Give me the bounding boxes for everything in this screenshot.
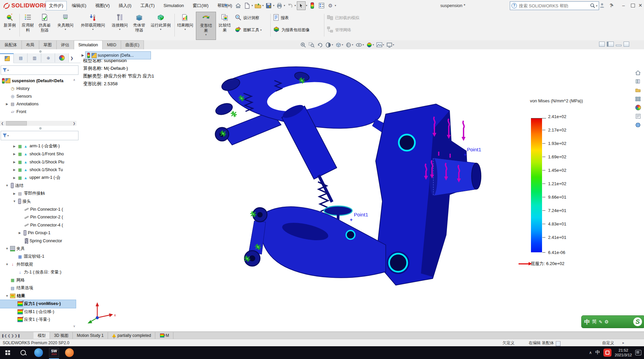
- simulation-evaluator-button[interactable]: 仿真鉴别器: [36, 12, 53, 39]
- collapse-icon[interactable]: ▼: [5, 263, 9, 266]
- dropdown-icon[interactable]: ▾: [342, 43, 343, 46]
- tab-simulation[interactable]: Simulation: [74, 40, 103, 49]
- shell-manager-button[interactable]: 壳体管理器: [131, 12, 147, 39]
- tab-surfaces[interactable]: 曲面(E): [121, 40, 144, 49]
- tree-item-history[interactable]: ◷History: [0, 85, 76, 92]
- apply-material-button[interactable]: 应用材料: [20, 12, 35, 39]
- tree-item-pin-connector[interactable]: Pin Connector-1 (: [0, 205, 76, 213]
- tab-motion-study[interactable]: Motion Study 1: [73, 332, 108, 339]
- dropdown-icon[interactable]: ▾: [148, 28, 173, 31]
- view-orientation-icon[interactable]: ▾: [335, 42, 343, 48]
- expand-icon[interactable]: ▶: [5, 102, 9, 106]
- tab-display-manager[interactable]: [55, 53, 69, 62]
- tab-configuration-manager[interactable]: ▥: [28, 53, 41, 62]
- tree-item-annotations[interactable]: ▶▤Annotations: [0, 100, 76, 108]
- menu-insert[interactable]: 插入(I): [115, 0, 135, 11]
- expand-icon[interactable]: ▶: [12, 168, 17, 171]
- tree-item-external-loads[interactable]: ▼↓外部载荷: [0, 261, 76, 269]
- scroll-down-icon[interactable]: ∨: [73, 324, 75, 328]
- new-document-dropdown-icon[interactable]: ▾: [252, 4, 253, 7]
- notification-center-icon[interactable]: [635, 350, 641, 355]
- collapse-pane-icon[interactable]: [616, 45, 622, 46]
- search-dropdown-icon[interactable]: ▾: [596, 4, 597, 7]
- run-study-button[interactable]: 运行此算例▾: [148, 12, 173, 39]
- scroll-left-icon[interactable]: ❮: [0, 122, 5, 125]
- external-loads-advisor-button[interactable]: 外部载荷顾问▾: [78, 12, 108, 39]
- include-image-for-report-button[interactable]: 为报表包括图像: [273, 26, 310, 34]
- prev-tab-icon[interactable]: ❮: [8, 334, 10, 338]
- dropdown-icon[interactable]: ▾: [393, 43, 394, 46]
- dropdown-icon[interactable]: ▾: [332, 43, 333, 46]
- menu-file[interactable]: 文件(F): [46, 1, 67, 10]
- start-button[interactable]: [0, 346, 15, 359]
- graphics-viewport[interactable]: ▶ suspension (Defa... 模型名称: suspension 算…: [80, 49, 644, 331]
- tab-dimxpert[interactable]: ⊕: [41, 53, 55, 62]
- print-dropdown-icon[interactable]: ▾: [284, 4, 285, 7]
- minimize-button[interactable]: –: [619, 1, 628, 10]
- dropdown-icon[interactable]: ▾: [78, 28, 108, 31]
- last-tab-icon[interactable]: ❯❚: [15, 334, 20, 338]
- dropdown-icon[interactable]: ▾: [175, 28, 195, 31]
- tab-assembly[interactable]: 装配体: [0, 40, 22, 49]
- tree-item-strain-plot[interactable]: 应变1 (-等量-): [0, 316, 76, 324]
- simplified-label[interactable]: 简: [592, 319, 597, 325]
- section-view-icon[interactable]: ▾: [325, 42, 333, 48]
- flyout-feature-tree[interactable]: suspension (Defa...: [85, 51, 151, 59]
- print-icon[interactable]: [275, 2, 283, 10]
- filter-dropdown-icon[interactable]: ▾: [7, 69, 9, 72]
- gear-icon[interactable]: ⚙: [604, 319, 609, 324]
- tab-sketch[interactable]: 草图: [39, 40, 57, 49]
- tab-evaluate[interactable]: 评估: [57, 40, 74, 49]
- settings-gear-icon[interactable]: ⚙: [326, 2, 334, 10]
- dropdown-icon[interactable]: ▾: [109, 28, 130, 31]
- tree-item-component[interactable]: ▶▦▲arm-1 (-合金钢-): [0, 142, 76, 150]
- language-cn-label[interactable]: 中: [584, 318, 590, 326]
- dropdown-icon[interactable]: ▾: [260, 29, 262, 32]
- filter-dropdown-icon[interactable]: ▾: [7, 134, 9, 137]
- tree-item-displacement-plot[interactable]: 位移1 (-合位移-): [0, 308, 76, 316]
- edit-icon[interactable]: ✎: [599, 319, 602, 324]
- expand-icon[interactable]: ▶: [12, 192, 17, 195]
- menu-edit[interactable]: 编辑(E): [68, 0, 90, 11]
- save-icon[interactable]: [265, 2, 273, 10]
- dual-pane-icon[interactable]: [607, 42, 614, 47]
- tab-study-m[interactable]: M: [155, 332, 173, 339]
- dropdown-icon[interactable]: ▾: [373, 43, 374, 46]
- open-icon[interactable]: [254, 2, 262, 10]
- expand-icon[interactable]: ▶: [12, 160, 17, 164]
- select-tool-icon[interactable]: [297, 1, 306, 10]
- undo-icon[interactable]: [286, 2, 294, 10]
- tree-item-spring-connector[interactable]: Spring Connector: [0, 237, 76, 245]
- dropdown-icon[interactable]: ▾: [54, 28, 77, 31]
- collapse-icon[interactable]: ▼: [5, 294, 9, 298]
- menu-view[interactable]: 视图(V): [92, 0, 113, 11]
- tree-item-component[interactable]: ▶▦▲shock-1/Front Sho: [0, 150, 76, 158]
- tab-layout[interactable]: 布局: [22, 40, 39, 49]
- collapse-icon[interactable]: ▼: [5, 184, 9, 187]
- compare-results-button[interactable]: 比较结果: [217, 12, 233, 39]
- sogou-s-logo[interactable]: S: [633, 317, 642, 326]
- select-dropdown-icon[interactable]: ▾: [306, 4, 307, 7]
- design-library-icon[interactable]: [634, 77, 642, 85]
- next-tab-icon[interactable]: ❯: [11, 334, 14, 338]
- dropdown-icon[interactable]: ▾: [383, 43, 384, 46]
- view-palette-icon[interactable]: [634, 95, 642, 103]
- tree-item-stress-plot[interactable]: 应力1 (-vonMises-): [0, 300, 76, 308]
- user-account-icon[interactable]: [598, 1, 606, 10]
- split-pane-icon[interactable]: [599, 42, 605, 47]
- close-button[interactable]: ✕: [636, 1, 644, 10]
- collapse-icon[interactable]: ▼: [5, 247, 9, 250]
- plot-tools-button[interactable]: 图解工具▾: [235, 26, 262, 34]
- study-filter-box[interactable]: ▾: [1, 131, 78, 140]
- tree-item-sensors[interactable]: ◎Sensors: [0, 92, 76, 100]
- dropdown-icon[interactable]: ▾: [352, 43, 353, 46]
- statusbar-expand-icon[interactable]: ▸: [623, 339, 624, 347]
- tab-property-manager[interactable]: ▤: [14, 53, 28, 62]
- zoom-area-icon[interactable]: [309, 42, 315, 48]
- taskbar-search-icon[interactable]: [15, 346, 31, 359]
- tree-item-component[interactable]: ▶▦▲upper arm-1 (-合: [0, 174, 76, 182]
- maximize-pane-icon[interactable]: [624, 42, 629, 47]
- panel-splitter-handle[interactable]: [0, 127, 80, 130]
- taskbar-clock[interactable]: 21:52 2021/3/12: [615, 348, 632, 357]
- first-tab-icon[interactable]: ❚❮: [1, 334, 7, 338]
